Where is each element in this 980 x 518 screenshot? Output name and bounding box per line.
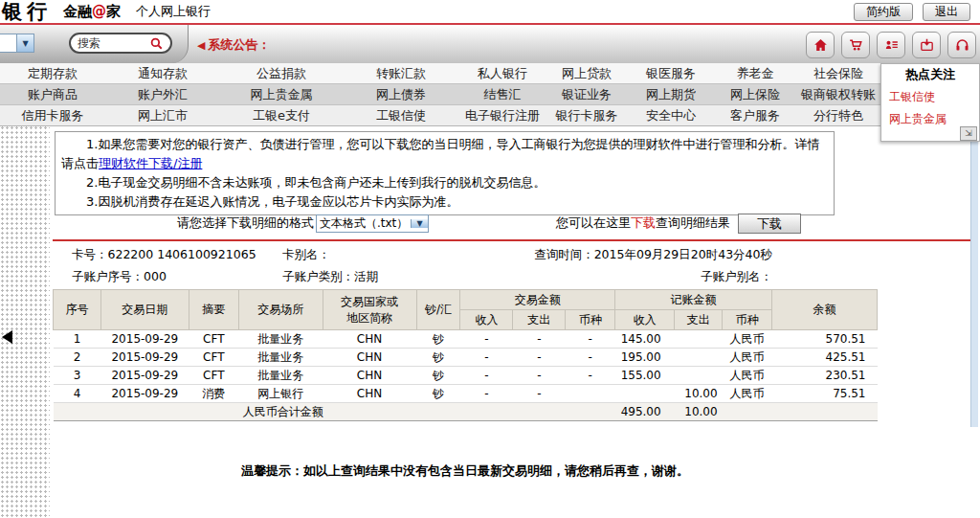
footer-warm-tip: 温馨提示：如以上查询结果中没有包含当日最新交易明细，请您稍后再查，谢谢。 bbox=[53, 462, 878, 480]
hot-topic-item[interactable]: 网上贵金属 bbox=[881, 105, 979, 127]
main-nav: 定期存款 通知存款 公益捐款 转账汇款 私人银行 网上贷款 银医服务 养老金 社… bbox=[0, 63, 880, 126]
col-txn-income: 收入 bbox=[460, 310, 513, 330]
total-label: 人民币合计金额 bbox=[54, 403, 513, 421]
nav-item[interactable]: 客户服务 bbox=[714, 107, 796, 124]
col-venue: 交易场所 bbox=[238, 290, 323, 330]
notice-line-2: 2.电子现金交易明细不含未达账项，即未包含商户还未上传到我行的脱机交易信息。 bbox=[61, 173, 828, 192]
search-icon[interactable] bbox=[149, 36, 164, 51]
col-region: 交易国家或地区简称 bbox=[323, 290, 416, 330]
nav-item[interactable]: 网上贷款 bbox=[546, 65, 628, 82]
toolbar-icons bbox=[806, 32, 976, 58]
chevron-down-icon[interactable]: ▼ bbox=[16, 34, 33, 52]
col-txn-currency: 币种 bbox=[566, 310, 615, 330]
subaccount-alias: 子账户别名： bbox=[502, 269, 772, 285]
query-time: 查询时间：2015年09月29日20时43分40秒 bbox=[502, 247, 772, 263]
download-link[interactable]: 下载 bbox=[631, 215, 656, 230]
nav-item[interactable]: 银商银权转账 bbox=[796, 86, 880, 103]
headset-icon bbox=[954, 37, 970, 53]
nav-item[interactable]: 网上债券 bbox=[343, 86, 459, 103]
finance-label: 金融 bbox=[63, 3, 92, 20]
nav-item[interactable]: 通知存款 bbox=[105, 65, 220, 82]
nav-item[interactable]: 公益捐款 bbox=[220, 65, 343, 82]
nav-item[interactable]: 信用卡服务 bbox=[0, 107, 105, 124]
nav-item[interactable]: 工银e支付 bbox=[220, 107, 343, 124]
chevron-down-icon[interactable]: ▼ bbox=[411, 219, 428, 228]
nav-row-3: 信用卡服务 网上汇市 工银e支付 工银信使 电子银行注册 银行卡服务 安全中心 … bbox=[0, 105, 880, 126]
nav-item[interactable]: 网上汇市 bbox=[105, 107, 220, 124]
left-dotted-gutter bbox=[0, 125, 50, 518]
toolbar: ▼ 搜索 ◀系统公告： bbox=[0, 25, 980, 63]
nav-item[interactable]: 定期存款 bbox=[0, 65, 105, 82]
nav-item[interactable]: 银医服务 bbox=[628, 65, 714, 82]
vertical-scrollbar[interactable] bbox=[970, 135, 978, 427]
nav-item[interactable]: 账户外汇 bbox=[105, 86, 220, 103]
home-label: 家 bbox=[106, 3, 121, 20]
collapse-sidebar-icon[interactable] bbox=[2, 330, 12, 344]
top-header: 银行 金融@家 个人网上银行 简约版 退出 bbox=[0, 0, 980, 25]
software-download-register-link[interactable]: 理财软件下载/注册 bbox=[99, 156, 202, 170]
hint-text: 查询明细结果 bbox=[656, 215, 730, 230]
format-label: 请您选择下载明细的格式 bbox=[177, 214, 314, 232]
finance-at-home-logo: 金融@家 bbox=[63, 3, 121, 21]
nav-item[interactable]: 安全中心 bbox=[628, 107, 714, 124]
content-area: 1.如果您需要对您的银行资产、负债进行管理，您可以下载您的当日明细，导入工商银行… bbox=[0, 125, 980, 518]
announcement-marker-icon: ◀ bbox=[197, 39, 205, 52]
col-book-expense: 支出 bbox=[675, 310, 723, 330]
download-hint: 您可以在这里下载查询明细结果 bbox=[556, 214, 730, 232]
simple-version-button[interactable]: 简约版 bbox=[854, 3, 913, 21]
transaction-table: 序号 交易日期 摘要 交易场所 交易国家或地区简称 钞/汇 交易金额 记账金额 … bbox=[53, 289, 878, 421]
col-group-booked-amount: 记账金额 bbox=[615, 290, 772, 310]
hot-topic-item[interactable]: 工银信使 bbox=[881, 83, 979, 105]
nav-row-2: 账户商品 账户外汇 网上贵金属 网上债券 结售汇 银证业务 网上期货 网上保险 … bbox=[0, 84, 880, 105]
customer-service-button[interactable] bbox=[947, 32, 976, 58]
nav-item[interactable]: 私人银行 bbox=[459, 65, 546, 82]
nav-item[interactable]: 网上期货 bbox=[628, 86, 714, 103]
download-button[interactable]: 下载 bbox=[738, 214, 801, 234]
nav-item[interactable]: 账户商品 bbox=[0, 86, 105, 103]
format-select[interactable]: 文本格式（.txt） ▼ bbox=[316, 214, 429, 233]
card-number: 卡号：622200 1406100921065 bbox=[53, 247, 282, 263]
quick-menu-select[interactable]: ▼ bbox=[0, 34, 34, 53]
account-info-row-2: 子账户序号：000 子账户类别：活期 子账户别名： bbox=[53, 266, 772, 288]
nav-item[interactable]: 社会保险 bbox=[796, 65, 880, 82]
mail-download-icon bbox=[919, 37, 935, 53]
home-button[interactable] bbox=[806, 32, 835, 58]
account-info-row-1: 卡号：622200 1406100921065 卡别名： 查询时间：2015年0… bbox=[53, 244, 772, 266]
subaccount-seq: 子账户序号：000 bbox=[53, 269, 282, 285]
nav-item[interactable]: 养老金 bbox=[714, 65, 796, 82]
nav-item[interactable]: 网上贵金属 bbox=[220, 86, 343, 103]
contacts-button[interactable] bbox=[877, 32, 905, 58]
table-row: 42015-09-29 消费网上银行 CHN钞 -- 10.00人民币 75.5… bbox=[54, 385, 878, 403]
subaccount-type: 子账户类别：活期 bbox=[282, 269, 502, 285]
nav-item[interactable]: 分行特色 bbox=[796, 107, 880, 124]
red-divider bbox=[53, 239, 971, 241]
contacts-icon bbox=[883, 37, 900, 53]
logout-button[interactable]: 退出 bbox=[923, 3, 970, 21]
panel-resize-icon[interactable]: ⇲ bbox=[960, 126, 977, 141]
home-icon bbox=[813, 37, 829, 53]
nav-item[interactable]: 银证业务 bbox=[546, 86, 628, 103]
total-income: 495.00 bbox=[615, 403, 675, 421]
col-seq: 序号 bbox=[54, 290, 101, 330]
col-group-transaction-amount: 交易金额 bbox=[460, 290, 615, 310]
announcement-label: 系统公告： bbox=[208, 37, 270, 52]
col-cash: 钞/汇 bbox=[416, 290, 460, 330]
hint-text: 您可以在这里 bbox=[556, 215, 631, 230]
bank-logo: 银行 bbox=[2, 0, 52, 25]
col-balance: 余额 bbox=[772, 290, 878, 330]
nav-item[interactable]: 工银信使 bbox=[343, 107, 459, 124]
quick-menu-value bbox=[0, 34, 16, 52]
nav-item[interactable]: 电子银行注册 bbox=[459, 107, 546, 124]
search-box[interactable]: 搜索 bbox=[69, 33, 172, 54]
nav-item[interactable]: 银行卡服务 bbox=[546, 107, 628, 124]
account-info: 卡号：622200 1406100921065 卡别名： 查询时间：2015年0… bbox=[53, 244, 772, 288]
nav-item[interactable]: 转账汇款 bbox=[343, 65, 459, 82]
portal-title: 个人网上银行 bbox=[136, 3, 211, 20]
nav-item[interactable]: 网上保险 bbox=[714, 86, 796, 103]
mail-download-button[interactable] bbox=[912, 32, 941, 58]
hot-topics-title: 热点关注 bbox=[881, 64, 979, 83]
shopping-cart-button[interactable] bbox=[841, 32, 870, 58]
col-book-currency: 币种 bbox=[723, 310, 772, 330]
nav-item[interactable]: 结售汇 bbox=[459, 86, 546, 103]
search-input[interactable]: 搜索 bbox=[78, 35, 149, 52]
